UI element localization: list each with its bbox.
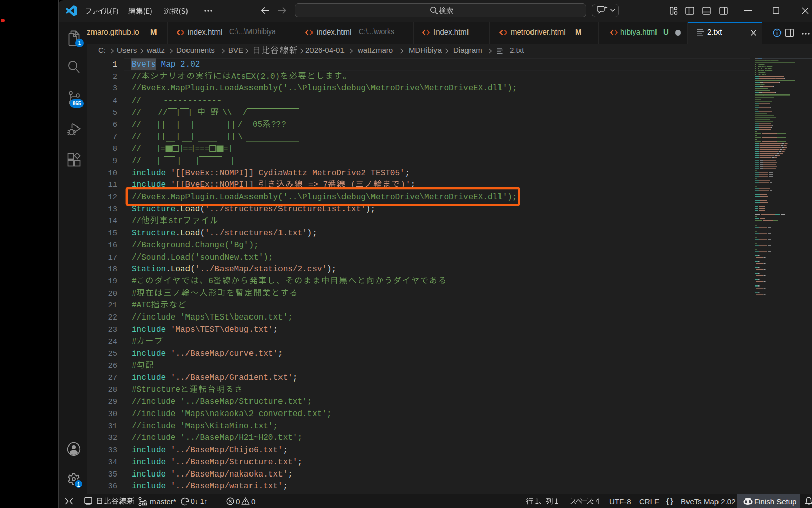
svg-text:26: 26: [108, 361, 117, 370]
svg-text:11: 11: [108, 180, 117, 189]
svg-text:36: 36: [108, 482, 117, 491]
svg-text://: //: [132, 72, 141, 81]
svg-text:|: |: [190, 132, 195, 141]
svg-text://include '../BaseMap/Structur: //include '../BaseMap/Structure.txt';: [132, 397, 312, 406]
svg-text:|: |: [195, 156, 200, 166]
svg-text:27: 27: [108, 373, 117, 383]
svg-text:include: include: [132, 458, 166, 467]
svg-text:32: 32: [108, 433, 117, 442]
svg-text:2: 2: [113, 72, 117, 81]
svg-text:(: (: [200, 229, 205, 238]
svg-text:???: ???: [271, 120, 286, 130]
svg-text:include: include: [132, 349, 166, 358]
svg-text:||: ||: [156, 120, 166, 130]
svg-text:===: ===: [195, 144, 210, 153]
svg-text:);: );: [327, 265, 336, 274]
svg-text://include 'Maps\TESt\beacon.tx: //include 'Maps\TESt\beacon.txt';: [132, 313, 293, 322]
svg-text:19: 19: [108, 277, 117, 286]
svg-text:'../BaseMap/Gradient.txt': '../BaseMap/Gradient.txt': [166, 373, 293, 383]
svg-text:BveTs Map 2.02: BveTs Map 2.02: [132, 60, 200, 69]
svg-text:30: 30: [108, 409, 117, 419]
svg-text:#: #: [132, 361, 137, 370]
svg-text://BveEx.MapPlugin.LoadAssembly: //BveEx.MapPlugin.LoadAssembly('..\Plugi…: [132, 84, 517, 93]
svg-text:;: ;: [278, 349, 283, 358]
svg-text:24: 24: [108, 337, 117, 346]
svg-text:4: 4: [113, 96, 117, 105]
svg-text:Load: Load: [171, 265, 190, 274]
svg-text:#: #: [132, 277, 137, 286]
svg-text:(: (: [190, 265, 195, 274]
svg-text:#Structure: #Structure: [132, 385, 180, 394]
svg-text:34: 34: [108, 458, 117, 467]
svg-text:|: |: [230, 156, 235, 166]
svg-text:include: include: [132, 446, 166, 455]
svg-text:05: 05: [253, 120, 262, 130]
svg-text:Load: Load: [180, 229, 200, 238]
svg-text:|: |: [228, 144, 233, 153]
svg-text://: //: [132, 108, 141, 117]
svg-text:28: 28: [108, 385, 117, 394]
svg-text:||: ||: [226, 120, 236, 130]
svg-text://include 'Maps\nakaoka\2_conv: //include 'Maps\nakaoka\2_converted.txt'…: [132, 409, 332, 419]
svg-text:|: |: [176, 132, 181, 141]
svg-text:#: #: [132, 289, 137, 298]
svg-text:17: 17: [108, 253, 117, 262]
svg-text://include 'Maps\KitaMino.txt';: //include 'Maps\KitaMino.txt';: [132, 422, 278, 431]
svg-text:9: 9: [113, 156, 117, 166]
svg-text:25: 25: [108, 349, 117, 358]
svg-text:35: 35: [108, 470, 117, 479]
svg-text:.: .: [175, 229, 180, 238]
svg-text:3: 3: [113, 84, 117, 93]
svg-text:;: ;: [288, 470, 293, 479]
svg-text:33: 33: [108, 446, 117, 455]
svg-text://: //: [132, 96, 141, 105]
svg-text:10: 10: [108, 169, 117, 178]
svg-text:#ATC: #ATC: [132, 301, 151, 310]
svg-text:'../BaseMap/Chijo6.txt': '../BaseMap/Chijo6.txt': [166, 446, 283, 455]
svg-text:|: |: [188, 108, 193, 117]
svg-text:16: 16: [108, 241, 117, 250]
svg-text:;: ;: [293, 373, 298, 383]
svg-text:8: 8: [113, 144, 117, 153]
svg-text:\\: \\: [222, 108, 232, 117]
svg-text:=: =: [223, 144, 228, 153]
svg-text:);: );: [307, 229, 317, 238]
svg-text://Sound.Load('soundNew.txt');: //Sound.Load('soundNew.txt');: [132, 253, 273, 262]
svg-text:|: |: [190, 120, 195, 130]
svg-text:AtsEX(2.0): AtsEX(2.0): [231, 72, 280, 81]
svg-text:||: ||: [156, 132, 166, 141]
svg-text:/: /: [238, 120, 243, 130]
svg-text:Station: Station: [132, 265, 166, 274]
svg-text:14: 14: [108, 216, 117, 226]
svg-text:29: 29: [108, 397, 117, 406]
svg-text://: //: [132, 132, 141, 141]
svg-text:Structure: Structure: [132, 229, 175, 238]
svg-text:include: include: [132, 482, 166, 491]
svg-text://: //: [132, 144, 141, 153]
svg-text:;: ;: [273, 325, 278, 334]
svg-text:'../BaseMap/curve.txt': '../BaseMap/curve.txt': [166, 349, 278, 358]
svg-text:=: =: [160, 144, 165, 153]
svg-text:str: str: [168, 216, 183, 226]
svg-text://: //: [132, 120, 141, 130]
svg-text://Background.Change('Bg');: //Background.Change('Bg');: [132, 241, 259, 250]
svg-text:include: include: [132, 373, 166, 383]
svg-text:'Maps\TEST\debug.txt': 'Maps\TEST\debug.txt': [166, 325, 273, 334]
svg-text:5: 5: [113, 108, 117, 117]
svg-text:7: 7: [113, 132, 117, 141]
svg-text:'[[BveEx::NOMPI]] CydiaWattz M: '[[BveEx::NOMPI]] CydiaWattz MetroDrive2…: [166, 169, 404, 178]
svg-text:include: include: [132, 325, 166, 334]
svg-text:15: 15: [108, 229, 117, 238]
svg-text:;: ;: [297, 458, 302, 467]
svg-text:23: 23: [108, 325, 117, 334]
svg-text:||: ||: [226, 132, 236, 141]
svg-text:#: #: [132, 337, 137, 346]
svg-text:------------: ------------: [163, 96, 222, 105]
svg-text:;: ;: [405, 169, 410, 178]
svg-text://: //: [132, 216, 141, 226]
svg-text:|: |: [176, 108, 181, 117]
svg-text:'../BaseMap/Structure.txt': '../BaseMap/Structure.txt': [166, 458, 297, 467]
svg-text:;: ;: [283, 482, 288, 491]
svg-text:21: 21: [108, 301, 117, 310]
svg-text:'../structures/1.txt': '../structures/1.txt': [205, 229, 307, 238]
